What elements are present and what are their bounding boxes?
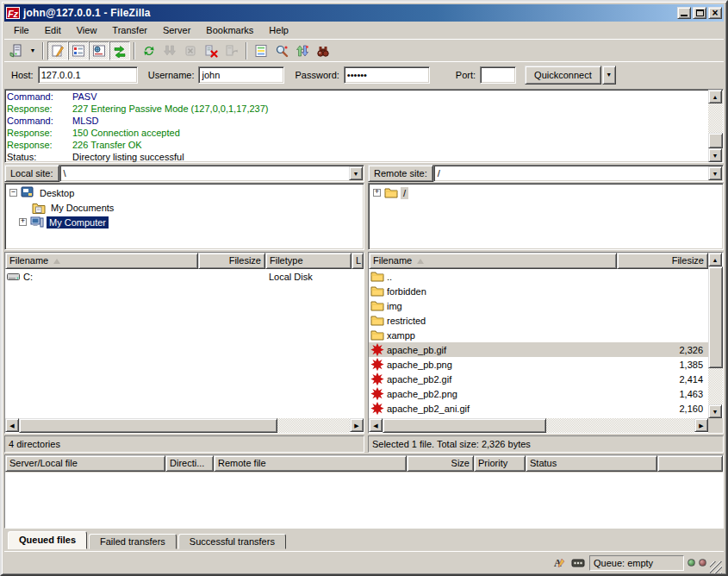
site-manager-dropdown-button[interactable]: ▼ [27, 41, 39, 60]
file-row-c-drive[interactable]: C: Local Disk [5, 269, 364, 284]
file-row[interactable]: apache_pb2.gif 2,414 [369, 372, 708, 386]
scroll-track[interactable] [277, 418, 350, 433]
username-input[interactable] [198, 66, 284, 84]
column-header-filename[interactable]: Filename [5, 253, 198, 269]
column-header-remote-file[interactable]: Remote file [214, 455, 407, 472]
column-header-priority[interactable]: Priority [474, 455, 526, 472]
scroll-thumb[interactable] [383, 418, 546, 433]
chevron-down-icon[interactable]: ▼ [708, 166, 722, 180]
tab-successful-transfers[interactable]: Successful transfers [178, 534, 286, 549]
process-queue-button[interactable] [159, 41, 180, 60]
toggle-local-tree-button[interactable] [68, 41, 89, 60]
file-row[interactable]: apache_pb2.png 1,463 [369, 386, 708, 401]
tree-item-desktop[interactable]: − Desktop [5, 185, 364, 200]
message-log-icon [51, 44, 65, 58]
scroll-up-button[interactable]: ▲ [708, 253, 722, 266]
local-site-row: Local site: \ ▼ [4, 165, 364, 182]
menu-file[interactable]: File [6, 22, 37, 39]
toggle-remote-tree-button[interactable] [89, 41, 109, 60]
file-row[interactable]: restricted [369, 313, 708, 328]
compare-directories-button[interactable] [271, 41, 292, 60]
scroll-track[interactable] [708, 368, 723, 404]
my-computer-icon [30, 216, 44, 229]
menu-edit[interactable]: Edit [37, 22, 69, 39]
desktop-icon [21, 186, 34, 199]
scroll-down-button[interactable]: ▼ [708, 148, 722, 162]
column-header-size[interactable]: Size [407, 455, 474, 472]
remote-site-combobox[interactable]: / ▼ [433, 165, 724, 182]
title-bar[interactable]: Fz john@127.0.0.1 - FileZilla × [4, 4, 724, 22]
toggle-message-log-button[interactable] [47, 41, 68, 60]
maximize-button[interactable] [693, 7, 706, 19]
chevron-down-icon: ▼ [606, 72, 612, 78]
message-log-scrollbar[interactable]: ▲ ▼ [708, 90, 723, 162]
menu-transfer[interactable]: Transfer [104, 22, 155, 39]
file-row-selected[interactable]: apache_pb.gif 2,326 [369, 342, 708, 357]
toggle-transfer-queue-button[interactable] [109, 41, 130, 60]
scroll-thumb[interactable] [19, 418, 277, 433]
expand-icon[interactable]: + [19, 218, 27, 226]
column-header-status[interactable]: Status [526, 455, 657, 472]
file-row[interactable]: apache_pb.png 1,385 [369, 357, 708, 372]
column-header-server-local-file[interactable]: Server/Local file [5, 455, 165, 472]
local-site-combobox[interactable]: \ ▼ [59, 165, 364, 182]
menu-view[interactable]: View [69, 22, 105, 39]
site-manager-button[interactable] [6, 41, 27, 60]
scroll-right-button[interactable]: ▶ [350, 418, 364, 432]
scroll-thumb[interactable] [708, 266, 723, 368]
scroll-thumb[interactable] [708, 133, 723, 148]
file-row[interactable]: xampp [369, 328, 708, 342]
tree-item-my-computer[interactable]: + My Computer [5, 215, 364, 229]
menu-bookmarks[interactable]: Bookmarks [198, 22, 261, 39]
tab-queued-files[interactable]: Queued files [8, 531, 87, 549]
reconnect-button[interactable] [221, 41, 242, 60]
quickconnect-button[interactable]: Quickconnect [525, 66, 601, 85]
column-header-filesize[interactable]: Filesize [617, 253, 708, 269]
column-header-filename[interactable]: Filename [369, 253, 617, 269]
scroll-right-button[interactable]: ▶ [694, 418, 708, 432]
synchronized-browsing-button[interactable] [292, 41, 313, 60]
minimize-button[interactable] [677, 7, 691, 19]
tab-failed-transfers[interactable]: Failed transfers [89, 534, 177, 549]
quickconnect-dropdown-button[interactable]: ▼ [602, 66, 616, 85]
column-header-last-modified[interactable]: L [352, 253, 364, 269]
column-header-direction[interactable]: Directi... [165, 455, 214, 472]
menu-help[interactable]: Help [261, 22, 296, 39]
speed-limits-indicator-icon[interactable] [570, 556, 586, 570]
scroll-track[interactable] [708, 103, 723, 133]
column-header-filesize[interactable]: Filesize [198, 253, 265, 269]
scroll-left-button[interactable]: ◀ [369, 418, 383, 432]
cancel-operation-button[interactable] [180, 41, 201, 60]
remote-horizontal-scrollbar[interactable]: ◀ ▶ [369, 418, 708, 433]
resize-grip[interactable] [710, 561, 722, 573]
remote-vertical-scrollbar[interactable]: ▲ ▼ [708, 253, 723, 433]
refresh-button[interactable] [139, 41, 159, 60]
scroll-left-button[interactable]: ◀ [5, 418, 19, 432]
column-header-filetype[interactable]: Filetype [265, 253, 352, 269]
log-line: Command:PASV [7, 91, 706, 103]
host-input[interactable] [38, 66, 138, 84]
port-input[interactable] [480, 66, 516, 84]
filter-button[interactable] [251, 41, 271, 60]
scroll-up-button[interactable]: ▲ [708, 90, 722, 103]
transfer-type-indicator-icon[interactable]: A [551, 556, 567, 570]
folder-icon [370, 271, 384, 282]
scroll-track[interactable] [546, 418, 694, 433]
file-row[interactable]: img [369, 298, 708, 313]
menu-server[interactable]: Server [155, 22, 198, 39]
file-row[interactable]: apache_pb2_ani.gif 2,160 [369, 401, 708, 416]
collapse-icon[interactable]: − [9, 189, 17, 197]
disconnect-button[interactable] [201, 41, 221, 60]
local-horizontal-scrollbar[interactable]: ◀ ▶ [5, 418, 364, 433]
password-input[interactable] [344, 66, 430, 84]
expand-icon[interactable]: + [373, 189, 381, 197]
file-row[interactable]: .. [369, 269, 708, 284]
file-row[interactable]: forbidden [369, 284, 708, 298]
tree-item-my-documents[interactable]: My Documents [5, 200, 364, 215]
close-button[interactable]: × [708, 7, 722, 19]
find-files-button[interactable] [313, 41, 333, 60]
queue-body[interactable] [5, 473, 723, 528]
scroll-down-button[interactable]: ▼ [708, 404, 722, 418]
tree-item-root[interactable]: + / [369, 185, 723, 200]
chevron-down-icon[interactable]: ▼ [349, 166, 363, 180]
